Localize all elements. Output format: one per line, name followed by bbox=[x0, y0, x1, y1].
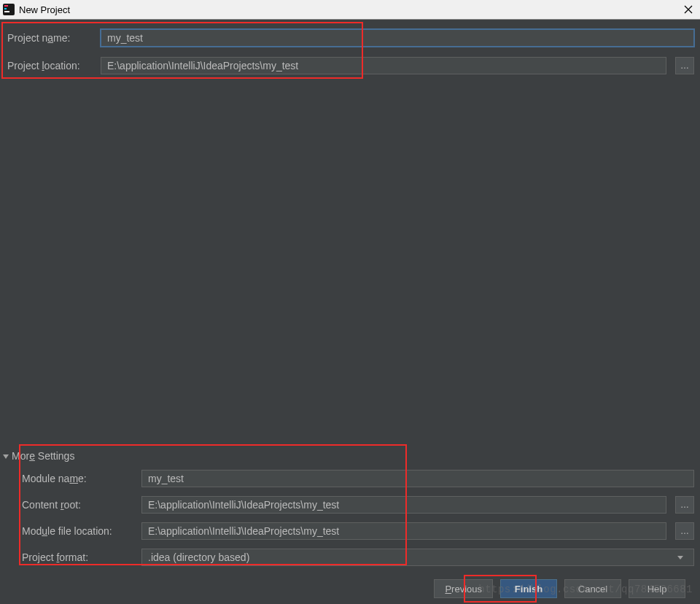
close-button[interactable] bbox=[681, 2, 696, 17]
title-bar: New Project bbox=[0, 0, 700, 20]
cancel-button[interactable]: Cancel bbox=[564, 579, 621, 598]
project-location-browse[interactable]: … bbox=[675, 57, 694, 74]
module-name-input[interactable] bbox=[141, 470, 694, 487]
project-format-select[interactable]: .idea (directory based) bbox=[141, 549, 694, 566]
content-root-label: Content root: bbox=[0, 499, 141, 511]
finish-button[interactable]: Finish bbox=[500, 579, 557, 598]
dialog-window: { "title": "New Project", "top_form": { … bbox=[0, 0, 700, 604]
project-format-label: Project format: bbox=[0, 551, 141, 563]
project-location-row: Project location: … bbox=[0, 55, 700, 77]
svg-rect-1 bbox=[4, 5, 8, 7]
module-file-input[interactable] bbox=[141, 522, 666, 540]
more-settings-label: More Settings bbox=[12, 450, 74, 462]
button-bar: Previous Finish Cancel Help bbox=[0, 573, 700, 604]
help-button[interactable]: Help bbox=[629, 579, 685, 598]
title-left: New Project bbox=[3, 4, 70, 15]
svg-rect-3 bbox=[4, 11, 9, 12]
more-settings-panel: Module name: Content root: … Module file… bbox=[0, 468, 700, 573]
more-settings-toggle[interactable]: More Settings bbox=[3, 450, 74, 462]
previous-button[interactable]: Previous bbox=[434, 579, 493, 598]
project-name-row: Project name: bbox=[0, 27, 700, 49]
content-root-input[interactable] bbox=[141, 496, 666, 514]
module-name-label: Module name: bbox=[0, 473, 141, 484]
chevron-down-icon bbox=[673, 556, 688, 560]
content-root-row: Content root: … bbox=[0, 494, 700, 516]
project-name-input[interactable] bbox=[101, 29, 694, 47]
project-location-input[interactable] bbox=[101, 57, 666, 74]
dialog-title: New Project bbox=[19, 4, 70, 15]
project-format-row: Project format: .idea (directory based) bbox=[0, 546, 700, 568]
expand-icon bbox=[3, 454, 9, 459]
app-icon bbox=[3, 4, 15, 15]
content-root-browse[interactable]: … bbox=[675, 496, 694, 514]
top-form: Project name: Project location: … bbox=[0, 27, 700, 77]
module-file-row: Module file location: … bbox=[0, 520, 700, 542]
module-file-browse[interactable]: … bbox=[675, 522, 694, 540]
module-name-row: Module name: bbox=[0, 468, 700, 489]
dialog-client: Project name: Project location: … More S… bbox=[0, 20, 700, 604]
project-location-label: Project location: bbox=[0, 60, 101, 71]
project-format-value: .idea (directory based) bbox=[148, 551, 249, 563]
svg-rect-2 bbox=[4, 8, 7, 9]
project-name-label: Project name: bbox=[0, 32, 101, 44]
module-file-label: Module file location: bbox=[0, 525, 141, 537]
